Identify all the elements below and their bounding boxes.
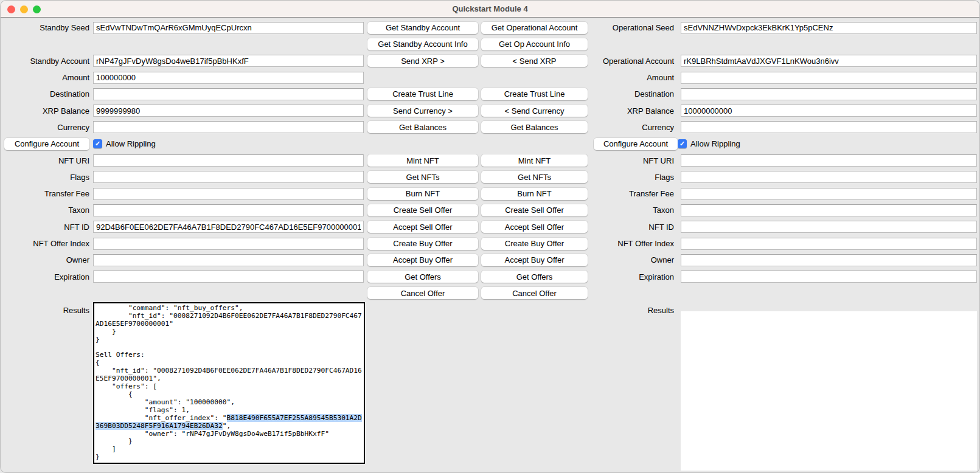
standby-seed-input[interactable] <box>93 22 364 34</box>
operational-account-label: Operational Account <box>588 57 678 66</box>
operational-taxon-label: Taxon <box>588 205 678 215</box>
standby-xrp-balance-label: XRP Balance <box>1 106 93 116</box>
standby-nft-id-input[interactable] <box>93 221 364 233</box>
operational-xrp-balance-input[interactable] <box>681 105 977 117</box>
get-standby-account-info-button[interactable]: Get Standby Account Info <box>367 38 478 50</box>
standby-nft-offer-index-label: NFT Offer Index <box>1 239 93 248</box>
allow-rippling-standby-checkbox[interactable]: ✓ <box>93 139 102 148</box>
accept-sell-offer-standby-button[interactable]: Accept Sell Offer <box>367 221 478 233</box>
results-section: Results "command": "nft_buy_offers", "nf… <box>1 302 979 471</box>
create-buy-offer-op-button[interactable]: Create Buy Offer <box>481 238 588 250</box>
send-currency-standby-button[interactable]: Send Currency > <box>367 105 478 117</box>
create-sell-offer-standby-button[interactable]: Create Sell Offer <box>367 204 478 216</box>
operational-nft-uri-input[interactable] <box>681 154 977 167</box>
cancel-offer-op-button[interactable]: Cancel Offer <box>481 287 588 299</box>
operational-seed-label: Operational Seed <box>588 23 678 32</box>
accept-sell-offer-op-button[interactable]: Accept Sell Offer <box>481 221 588 233</box>
operational-results-textarea[interactable] <box>681 311 977 471</box>
standby-amount-input[interactable] <box>93 72 364 84</box>
standby-currency-label: Currency <box>1 123 93 132</box>
get-nfts-op-button[interactable]: Get NFTs <box>481 171 588 183</box>
operational-currency-input[interactable] <box>681 121 977 133</box>
standby-nft-offer-index-input[interactable] <box>93 238 364 250</box>
operational-amount-input[interactable] <box>681 72 977 84</box>
send-xrp-op-button[interactable]: < Send XRP <box>481 55 588 67</box>
get-balances-standby-button[interactable]: Get Balances <box>367 121 478 133</box>
standby-expiration-input[interactable] <box>93 271 364 283</box>
create-buy-offer-standby-button[interactable]: Create Buy Offer <box>367 238 478 250</box>
window-title: Quickstart Module 4 <box>452 4 527 13</box>
standby-destination-label: Destination <box>1 89 93 98</box>
send-currency-op-button[interactable]: < Send Currency <box>481 105 588 117</box>
cancel-offer-standby-button[interactable]: Cancel Offer <box>367 287 478 299</box>
standby-results-textarea[interactable]: "command": "nft_buy_offers", "nft_id": "… <box>93 302 365 464</box>
standby-transfer-fee-input[interactable] <box>93 188 364 200</box>
standby-nft-uri-input[interactable] <box>93 154 364 167</box>
burn-nft-standby-button[interactable]: Burn NFT <box>367 188 478 200</box>
accept-buy-offer-op-button[interactable]: Accept Buy Offer <box>481 254 588 266</box>
mint-nft-standby-button[interactable]: Mint NFT <box>367 154 478 167</box>
get-balances-op-button[interactable]: Get Balances <box>481 121 588 133</box>
window-controls <box>7 5 41 13</box>
standby-taxon-label: Taxon <box>1 205 93 215</box>
get-offers-op-button[interactable]: Get Offers <box>481 271 588 283</box>
allow-rippling-op-label: Allow Rippling <box>690 139 740 148</box>
operational-taxon-input[interactable] <box>681 204 977 216</box>
operational-nft-offer-index-label: NFT Offer Index <box>588 239 678 248</box>
standby-results-label: Results <box>1 302 93 471</box>
operational-transfer-fee-label: Transfer Fee <box>588 189 678 198</box>
burn-nft-op-button[interactable]: Burn NFT <box>481 188 588 200</box>
create-trust-line-standby-button[interactable]: Create Trust Line <box>367 88 478 100</box>
standby-seed-label: Standby Seed <box>1 23 93 32</box>
standby-xrp-balance-input[interactable] <box>93 105 364 117</box>
standby-amount-label: Amount <box>1 73 93 82</box>
standby-expiration-label: Expiration <box>1 272 93 281</box>
title-bar[interactable]: Quickstart Module 4 <box>1 1 979 18</box>
operational-flags-input[interactable] <box>681 171 977 183</box>
operational-owner-input[interactable] <box>681 254 977 266</box>
operational-nft-uri-label: NFT URI <box>588 156 678 165</box>
operational-owner-label: Owner <box>588 255 678 264</box>
get-offers-standby-button[interactable]: Get Offers <box>367 271 478 283</box>
get-operational-account-button[interactable]: Get Operational Account <box>481 22 588 34</box>
standby-results-text: "command": "nft_buy_offers", "nft_id": "… <box>96 304 362 422</box>
get-nfts-standby-button[interactable]: Get NFTs <box>367 171 478 183</box>
operational-destination-label: Destination <box>588 89 678 98</box>
standby-taxon-input[interactable] <box>93 204 364 216</box>
operational-seed-input[interactable] <box>681 22 977 34</box>
standby-flags-label: Flags <box>1 173 93 182</box>
get-standby-account-button[interactable]: Get Standby Account <box>367 22 478 34</box>
standby-owner-input[interactable] <box>93 254 364 266</box>
create-sell-offer-op-button[interactable]: Create Sell Offer <box>481 204 588 216</box>
zoom-button[interactable] <box>33 5 41 13</box>
minimize-button[interactable] <box>20 5 28 13</box>
operational-nft-offer-index-input[interactable] <box>681 238 977 250</box>
configure-account-standby-button[interactable]: Configure Account <box>4 138 89 150</box>
configure-account-op-button[interactable]: Configure Account <box>594 138 678 150</box>
operational-expiration-input[interactable] <box>681 271 977 283</box>
standby-nft-id-label: NFT ID <box>1 223 93 232</box>
mint-nft-op-button[interactable]: Mint NFT <box>481 154 588 167</box>
standby-destination-input[interactable] <box>93 88 364 100</box>
allow-rippling-standby-label: Allow Rippling <box>106 139 156 148</box>
operational-results-label: Results <box>588 302 678 471</box>
standby-owner-label: Owner <box>1 255 93 264</box>
operational-account-input[interactable] <box>681 55 977 67</box>
allow-rippling-op-checkbox[interactable]: ✓ <box>678 139 687 148</box>
accept-buy-offer-standby-button[interactable]: Accept Buy Offer <box>367 254 478 266</box>
close-button[interactable] <box>7 5 15 13</box>
operational-nft-id-input[interactable] <box>681 221 977 233</box>
create-trust-line-op-button[interactable]: Create Trust Line <box>481 88 588 100</box>
standby-currency-input[interactable] <box>93 121 364 133</box>
operational-nft-id-label: NFT ID <box>588 223 678 232</box>
get-op-account-info-button[interactable]: Get Op Account Info <box>481 38 588 50</box>
standby-transfer-fee-label: Transfer Fee <box>1 189 93 198</box>
operational-destination-input[interactable] <box>681 88 977 100</box>
operational-xrp-balance-label: XRP Balance <box>588 106 678 116</box>
standby-account-input[interactable] <box>93 55 364 67</box>
standby-flags-input[interactable] <box>93 171 364 183</box>
send-xrp-standby-button[interactable]: Send XRP > <box>367 55 478 67</box>
standby-nft-uri-label: NFT URI <box>1 156 93 165</box>
form-grid: Standby Seed Get Standby Account Get Ope… <box>1 18 979 302</box>
operational-transfer-fee-input[interactable] <box>681 188 977 200</box>
